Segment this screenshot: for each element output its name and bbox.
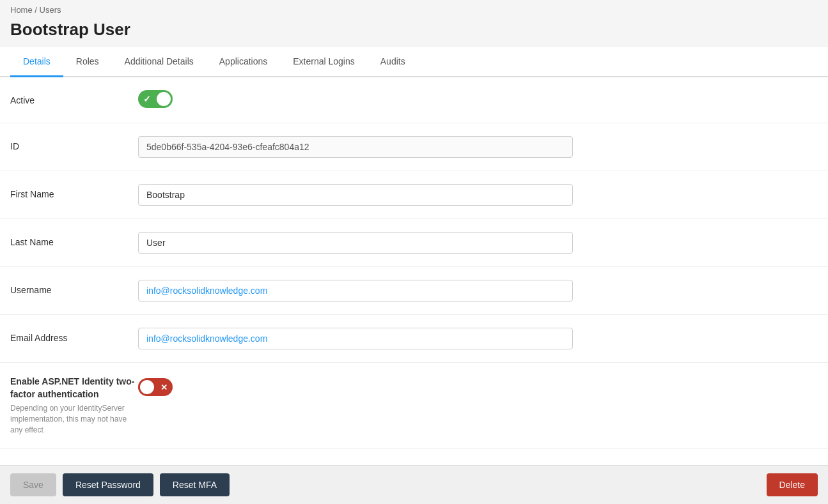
- reset-password-button[interactable]: Reset Password: [63, 473, 153, 496]
- bottom-left-buttons: Save Reset Password Reset MFA: [10, 473, 230, 496]
- tab-roles[interactable]: Roles: [63, 47, 112, 77]
- id-label: ID: [10, 136, 138, 151]
- tab-details[interactable]: Details: [10, 47, 63, 77]
- first-name-row: First Name: [0, 171, 828, 219]
- mfa-label: Enable ASP.NET Identity two-factor authe…: [10, 376, 138, 401]
- breadcrumb-home[interactable]: Home: [10, 5, 33, 15]
- toggle-knob: [157, 92, 171, 106]
- mfa-sub-text: Depending on your IdentityServer impleme…: [10, 403, 138, 435]
- email-row: Email Address: [0, 315, 828, 363]
- breadcrumb: Home / Users: [0, 0, 828, 17]
- id-input[interactable]: [138, 136, 573, 158]
- email-value: [138, 328, 573, 349]
- mfa-toggle[interactable]: ✕: [138, 378, 173, 396]
- mfa-toggle-knob: [140, 380, 154, 394]
- username-label: Username: [10, 280, 138, 295]
- active-label: Active: [10, 90, 138, 105]
- first-name-input[interactable]: [138, 184, 573, 206]
- first-name-label: First Name: [10, 184, 138, 199]
- tabs-bar: Details Roles Additional Details Applica…: [0, 47, 828, 77]
- tab-audits[interactable]: Audits: [368, 47, 418, 77]
- active-row: Active ✓: [0, 77, 828, 123]
- active-toggle[interactable]: ✓: [138, 90, 173, 108]
- id-row: ID: [0, 123, 828, 171]
- username-row: Username: [0, 267, 828, 315]
- save-button[interactable]: Save: [10, 473, 56, 496]
- username-input[interactable]: [138, 280, 573, 302]
- content-area: Active ✓ ID First Name Last Name: [0, 77, 828, 504]
- page-wrapper: Home / Users Bootstrap User Details Role…: [0, 0, 828, 504]
- id-value: [138, 136, 573, 158]
- mfa-toggle-container: ✕: [138, 376, 573, 398]
- last-name-input[interactable]: [138, 232, 573, 254]
- last-name-row: Last Name: [0, 219, 828, 267]
- checkmark-icon: ✓: [143, 94, 151, 104]
- cross-icon: ✕: [160, 383, 168, 392]
- mfa-label-block: Enable ASP.NET Identity two-factor authe…: [10, 376, 138, 436]
- delete-button[interactable]: Delete: [767, 473, 818, 496]
- username-value: [138, 280, 573, 302]
- bottom-bar: Save Reset Password Reset MFA Delete: [0, 465, 828, 504]
- last-name-value: [138, 232, 573, 254]
- last-name-label: Last Name: [10, 232, 138, 247]
- email-input[interactable]: [138, 328, 573, 349]
- breadcrumb-users[interactable]: Users: [40, 5, 61, 15]
- tab-additional-details[interactable]: Additional Details: [112, 47, 207, 77]
- breadcrumb-sep: /: [35, 5, 37, 15]
- tab-applications[interactable]: Applications: [207, 47, 281, 77]
- first-name-value: [138, 184, 573, 206]
- mfa-row: Enable ASP.NET Identity two-factor authe…: [0, 363, 828, 449]
- active-value: ✓: [138, 90, 573, 110]
- page-title: Bootstrap User: [0, 17, 828, 47]
- tab-external-logins[interactable]: External Logins: [280, 47, 368, 77]
- reset-mfa-button[interactable]: Reset MFA: [160, 473, 230, 496]
- email-label: Email Address: [10, 328, 138, 343]
